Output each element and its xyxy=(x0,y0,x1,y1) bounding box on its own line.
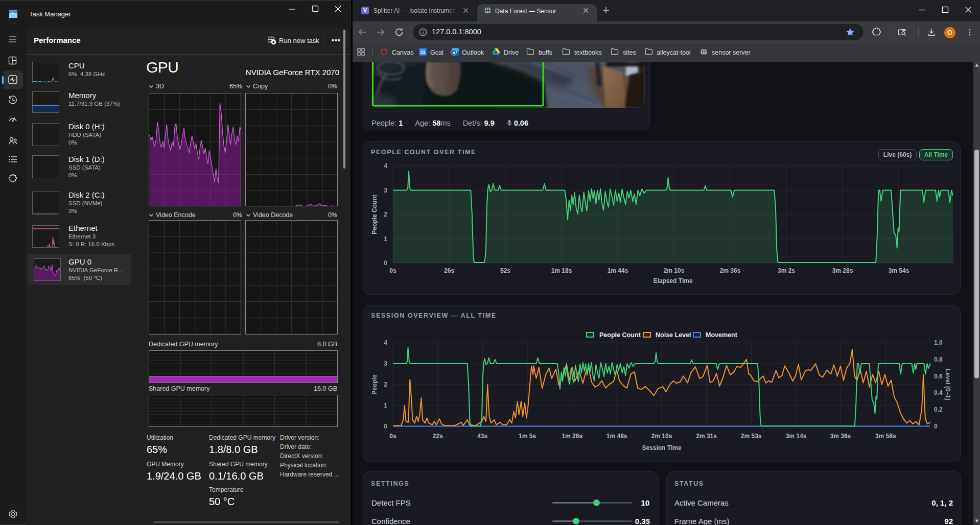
svg-text:2m 36s: 2m 36s xyxy=(720,267,741,274)
svg-text:4: 4 xyxy=(384,339,387,346)
svg-text:0: 0 xyxy=(384,259,387,267)
svg-text:0s: 0s xyxy=(389,433,396,440)
svg-text:0.8: 0.8 xyxy=(934,356,943,363)
svg-text:Session Time: Session Time xyxy=(642,444,681,451)
svg-text:2m 53s: 2m 53s xyxy=(741,433,762,440)
svg-text:1: 1 xyxy=(384,235,387,243)
svg-text:43s: 43s xyxy=(477,433,487,440)
svg-text:3m 2s: 3m 2s xyxy=(778,267,795,274)
svg-text:0: 0 xyxy=(384,423,387,430)
svg-text:Level (0–1): Level (0–1) xyxy=(944,369,951,400)
svg-text:3m 14s: 3m 14s xyxy=(786,433,807,440)
svg-text:4: 4 xyxy=(384,162,387,170)
svg-text:1.0: 1.0 xyxy=(934,339,943,346)
svg-text:2: 2 xyxy=(384,381,387,388)
svg-text:1m 5s: 1m 5s xyxy=(519,433,536,440)
svg-text:V: V xyxy=(363,8,367,13)
svg-text:1m 18s: 1m 18s xyxy=(551,267,572,274)
svg-text:0s: 0s xyxy=(389,267,396,274)
svg-text:22s: 22s xyxy=(433,433,443,440)
svg-text:1m 26s: 1m 26s xyxy=(562,433,582,440)
svg-text:Elapsed Time: Elapsed Time xyxy=(653,277,692,284)
svg-text:0.4: 0.4 xyxy=(934,389,943,396)
svg-text:2m 31s: 2m 31s xyxy=(696,433,717,440)
svg-text:1: 1 xyxy=(384,402,387,409)
svg-text:3: 3 xyxy=(384,187,387,194)
svg-text:0.2: 0.2 xyxy=(934,406,943,413)
svg-text:26s: 26s xyxy=(444,267,454,274)
svg-text:1m 44s: 1m 44s xyxy=(608,267,628,274)
svg-text:3m 58s: 3m 58s xyxy=(875,433,896,440)
svg-text:3m 54s: 3m 54s xyxy=(889,267,909,274)
svg-text:52s: 52s xyxy=(500,267,510,274)
svg-text:2m 10s: 2m 10s xyxy=(651,433,672,440)
svg-text:0.6: 0.6 xyxy=(934,373,943,380)
svg-text:3m 28s: 3m 28s xyxy=(832,267,853,274)
svg-text:People: People xyxy=(371,374,378,395)
svg-text:2m 10s: 2m 10s xyxy=(664,267,685,274)
svg-text:0: 0 xyxy=(934,423,938,430)
svg-text:3m 36s: 3m 36s xyxy=(830,433,851,440)
svg-text:3: 3 xyxy=(384,360,387,367)
svg-text:2: 2 xyxy=(384,211,387,218)
svg-text:21: 21 xyxy=(421,50,426,55)
svg-text:o: o xyxy=(452,50,455,55)
svg-text:People Count: People Count xyxy=(371,195,378,234)
svg-text:1m 48s: 1m 48s xyxy=(606,433,627,440)
